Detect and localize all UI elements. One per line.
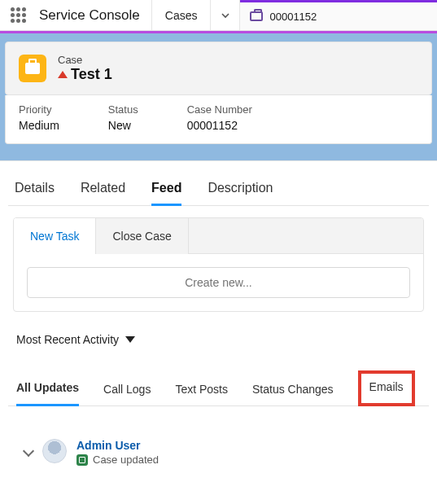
record-change-icon [76,454,88,466]
nav-object-dropdown[interactable] [211,0,240,30]
record-header: Case Test 1 [5,42,432,95]
filter-emails[interactable]: Emails [369,380,404,395]
subtab-new-task[interactable]: New Task [14,218,96,254]
feed-sort-label: Most Recent Activity [16,333,119,346]
filter-all-updates[interactable]: All Updates [16,381,79,406]
annotation-highlight: Emails [358,370,415,406]
create-new-input[interactable] [27,267,410,298]
feed-item: Admin User Case updated [8,406,429,466]
filter-text-posts[interactable]: Text Posts [175,383,228,405]
feed-user-link[interactable]: Admin User [76,439,159,452]
tab-description[interactable]: Description [208,176,273,205]
priority-label: Priority [19,103,59,116]
feed-filter-tabs: All Updates Call Logs Text Posts Status … [8,346,429,406]
avatar[interactable] [42,439,67,463]
subtab-filler [189,218,423,254]
feed-sort[interactable]: Most Recent Activity [8,312,429,346]
record-tabs: Details Related Feed Description [8,173,429,206]
status-value: New [108,119,138,132]
app-title: Service Console [36,0,152,30]
tab-related[interactable]: Related [81,176,125,205]
chevron-down-icon [221,11,230,20]
workspace-tab-label: 00001152 [269,11,317,23]
object-label: Case [58,54,112,66]
feed-subtitle: Case updated [93,454,159,466]
app-launcher-icon[interactable] [0,7,36,23]
case-number-label: Case Number [187,103,252,116]
case-number-value: 00001152 [187,119,252,132]
subtab-close-case[interactable]: Close Case [96,218,188,254]
tab-details[interactable]: Details [15,176,55,205]
filter-call-logs[interactable]: Call Logs [103,383,151,405]
case-icon [250,11,263,21]
priority-high-icon [58,71,68,78]
case-object-icon [19,55,46,82]
record-title: Test 1 [71,66,112,83]
status-label: Status [108,103,138,116]
nav-object-cases[interactable]: Cases [152,0,212,30]
caret-down-icon [125,336,135,343]
filter-status-changes[interactable]: Status Changes [252,383,334,405]
highlights-panel: Priority Medium Status New Case Number 0… [5,95,432,144]
priority-value: Medium [19,119,59,132]
tab-feed[interactable]: Feed [151,176,181,206]
expand-feed-item[interactable] [23,445,34,457]
workspace-tab[interactable]: 00001152 [240,0,437,30]
